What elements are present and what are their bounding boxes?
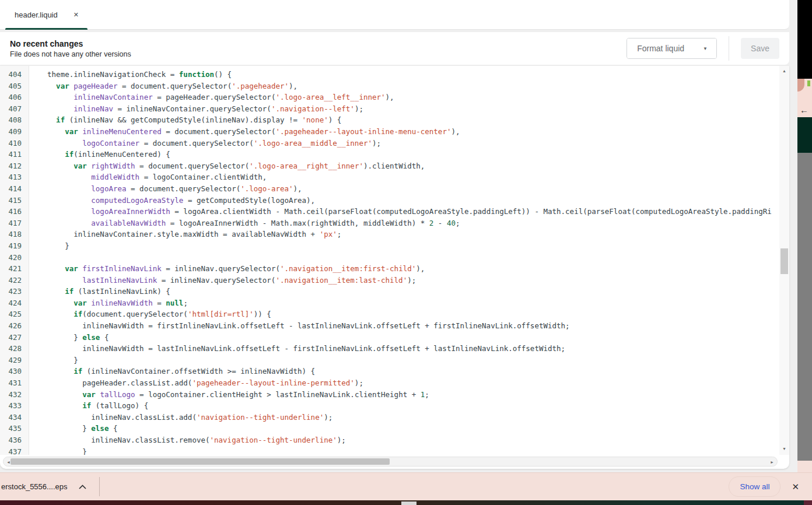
line-number: 406 <box>0 92 29 103</box>
tab-label: header.liquid <box>15 10 58 19</box>
backdrop-green-mark <box>807 80 810 86</box>
scroll-up-icon[interactable]: ▲ <box>779 69 789 73</box>
code-line[interactable]: 433 if (tallLogo) { <box>0 400 779 412</box>
line-number: 431 <box>0 377 29 389</box>
line-number: 426 <box>0 320 29 332</box>
code-line[interactable]: 425 if(document.querySelector('html[dir=… <box>0 308 779 320</box>
line-number: 419 <box>0 240 29 252</box>
scroll-down-icon[interactable]: ▼ <box>779 447 789 451</box>
version-bar-actions: Format liquid ▼ Save <box>626 36 779 61</box>
code-line[interactable]: 435 } else { <box>0 423 779 434</box>
version-status: No recent changes File does not have any… <box>10 39 131 58</box>
chevron-up-icon <box>79 485 86 489</box>
download-item-expand-button[interactable] <box>79 485 86 489</box>
code-line[interactable]: 423 if (lastInlineNavLink) { <box>0 286 779 297</box>
code-line[interactable]: 422 lastInlineNavLink = inlineNav.queryS… <box>0 275 779 286</box>
code-text: if(document.querySelector('html[dir=rtl]… <box>29 308 271 320</box>
download-filename: erstock_5556....eps <box>1 482 67 491</box>
version-status-title: No recent changes <box>10 39 131 48</box>
horizontal-scrollbar[interactable]: ◄ ► <box>3 457 778 467</box>
code-text: theme.inlineNavigationCheck = function()… <box>29 69 232 80</box>
backdrop-dark-green-region <box>797 117 812 153</box>
line-number: 404 <box>0 69 29 80</box>
code-line[interactable]: 410 logoContainer = document.querySelect… <box>0 138 779 149</box>
code-line[interactable]: 416 logoAreaInnerWidth = logoArea.client… <box>0 206 779 218</box>
line-number: 434 <box>0 412 29 423</box>
line-number: 409 <box>0 126 29 138</box>
line-number: 422 <box>0 275 29 286</box>
code-text: if(inlineMenuCentered) { <box>29 149 170 160</box>
code-text: } else { <box>29 332 108 343</box>
code-text: if (lastInlineNavLink) { <box>29 286 170 297</box>
downloads-bar: erstock_5556....eps Show all ✕ <box>0 472 812 500</box>
line-number: 436 <box>0 434 29 446</box>
format-liquid-dropdown-toggle[interactable]: ▼ <box>694 38 716 58</box>
code-line[interactable]: 419 } <box>0 240 779 252</box>
code-line[interactable]: 436 inlineNav.classList.remove('navigati… <box>0 434 779 446</box>
code-line[interactable]: 437 } <box>0 446 779 455</box>
code-line[interactable]: 407 inlineNav = inlineNavContainer.query… <box>0 103 779 115</box>
code-line[interactable]: 406 inlineNavContainer = pageHeader.quer… <box>0 92 779 103</box>
download-item[interactable]: erstock_5556....eps <box>0 482 86 491</box>
code-line[interactable]: 417 availableNavWidth = logoAreaInnerWid… <box>0 218 779 229</box>
code-line[interactable]: 428 inlineNavWidth = lastInlineNavLink.o… <box>0 343 779 355</box>
code-line[interactable]: 430 if (inlineNavContainer.offsetWidth >… <box>0 366 779 377</box>
save-button[interactable]: Save <box>741 38 779 59</box>
code-text: inlineNav.classList.remove('navigation--… <box>29 434 346 446</box>
line-number: 418 <box>0 229 29 240</box>
background-footer-strip <box>0 500 812 505</box>
line-number: 433 <box>0 400 29 412</box>
code-text: var firstInlineNavLink = inlineNav.query… <box>29 263 425 275</box>
code-line[interactable]: 413 middleWidth = logoContainer.clientWi… <box>0 171 779 183</box>
code-line[interactable]: 421 var firstInlineNavLink = inlineNav.q… <box>0 263 779 275</box>
line-number: 415 <box>0 195 29 206</box>
code-text: var tallLogo = logoContainer.clientHeigh… <box>29 389 429 401</box>
scroll-right-icon[interactable]: ► <box>770 460 774 464</box>
close-downloads-button[interactable]: ✕ <box>792 482 799 492</box>
code-text: inlineNav = inlineNavContainer.querySele… <box>29 103 363 115</box>
code-line[interactable]: 424 var inlineNavWidth = null; <box>0 297 779 309</box>
tab-header-liquid[interactable]: header.liquid ✕ <box>5 0 88 29</box>
code-text: if (inlineNavContainer.offsetWidth >= in… <box>29 366 315 377</box>
backdrop-gray-region <box>797 153 812 461</box>
line-number: 432 <box>0 389 29 401</box>
active-tab-indicator <box>5 28 88 30</box>
code-text: if (tallLogo) { <box>29 400 148 412</box>
code-text: inlineNavContainer = pageHeader.querySel… <box>29 92 394 103</box>
code-line[interactable]: 405 var pageHeader = document.querySelec… <box>0 80 779 92</box>
close-icon: ✕ <box>792 482 799 492</box>
backdrop-salmon-shape <box>797 79 804 92</box>
code-line[interactable]: 434 inlineNav.classList.add('navigation-… <box>0 412 779 423</box>
format-liquid-button[interactable]: Format liquid <box>627 38 694 58</box>
code-line[interactable]: 431 pageHeader.classList.add('pageheader… <box>0 377 779 389</box>
vertical-scrollbar-thumb[interactable] <box>780 248 788 274</box>
code-line[interactable]: 432 var tallLogo = logoContainer.clientH… <box>0 389 779 401</box>
code-line[interactable]: 411 if(inlineMenuCentered) { <box>0 149 779 160</box>
code-line[interactable]: 408 if (inlineNav && getComputedStyle(in… <box>0 114 779 126</box>
line-number: 416 <box>0 206 29 218</box>
code-line[interactable]: 409 var inlineMenuCentered = document.qu… <box>0 126 779 138</box>
code-line[interactable]: 414 logoArea = document.querySelector('.… <box>0 183 779 195</box>
code-line[interactable]: 404 theme.inlineNavigationCheck = functi… <box>0 69 779 80</box>
horizontal-scrollbar-thumb[interactable] <box>10 458 390 465</box>
line-number: 430 <box>0 366 29 377</box>
code-viewport[interactable]: 404 theme.inlineNavigationCheck = functi… <box>0 66 779 455</box>
vertical-scrollbar[interactable]: ▲ ▼ <box>779 66 789 455</box>
code-line[interactable]: 429 } <box>0 355 779 366</box>
code-line[interactable]: 412 var rightWidth = document.querySelec… <box>0 160 779 172</box>
show-all-button[interactable]: Show all <box>729 476 780 497</box>
code-text: inlineNavContainer.style.maxWidth = avai… <box>29 229 341 240</box>
code-text: inlineNavWidth = lastInlineNavLink.offse… <box>29 343 565 355</box>
code-line[interactable]: 420 <box>0 252 779 264</box>
code-line[interactable]: 418 inlineNavContainer.style.maxWidth = … <box>0 229 779 240</box>
code-line[interactable]: 427 } else { <box>0 332 779 343</box>
close-tab-icon[interactable]: ✕ <box>74 12 79 18</box>
backdrop-pink-lower-region <box>797 461 812 472</box>
line-number: 405 <box>0 80 29 92</box>
code-editor: 404 theme.inlineNavigationCheck = functi… <box>0 66 789 469</box>
scroll-left-icon[interactable]: ◄ <box>6 460 10 464</box>
backdrop-black-region <box>797 0 812 79</box>
code-line[interactable]: 426 inlineNavWidth = firstInlineNavLink.… <box>0 320 779 332</box>
code-line[interactable]: 415 computedLogoAreaStyle = getComputedS… <box>0 195 779 206</box>
chevron-down-icon: ▼ <box>703 46 708 51</box>
